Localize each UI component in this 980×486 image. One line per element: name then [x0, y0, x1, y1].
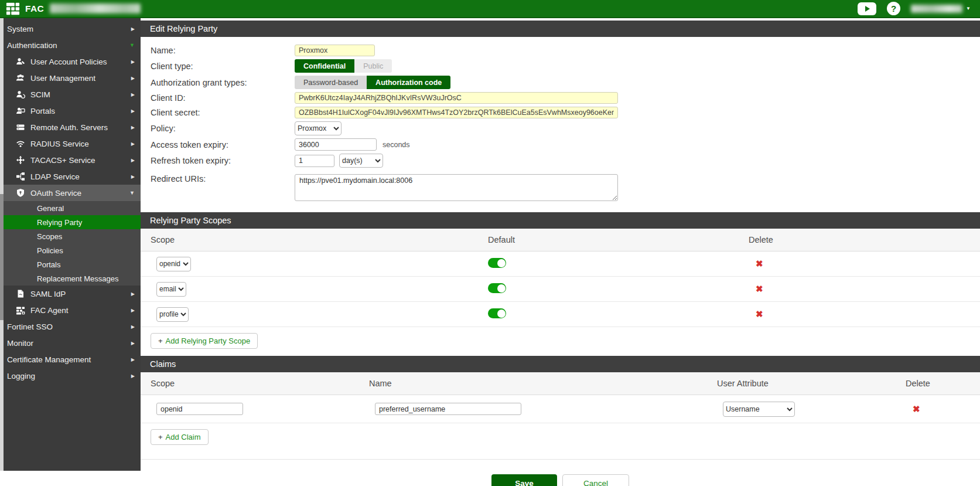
- redirect-uris-textarea[interactable]: https://pve01.mydomain.local:8006: [295, 174, 618, 201]
- access-token-expiry-input[interactable]: [295, 138, 377, 151]
- scopes-section-title: Relying Party Scopes: [141, 212, 980, 229]
- sidebar-item-oauth-portals[interactable]: Portals: [0, 257, 141, 271]
- claim-user-attribute-select[interactable]: Username: [723, 402, 795, 417]
- claims-table-header: Scope Name User Attribute Delete: [141, 372, 980, 395]
- caret-down-icon: ▼: [966, 6, 971, 11]
- wifi-icon: [16, 139, 26, 148]
- cancel-button[interactable]: Cancel: [562, 474, 629, 486]
- delete-icon[interactable]: ✖: [756, 284, 763, 294]
- client-secret-label: Client secret:: [141, 108, 295, 117]
- chevron-right-icon: ▶: [131, 373, 135, 379]
- scope-row-profile: profile ✖: [141, 302, 980, 327]
- chevron-right-icon: ▶: [131, 308, 135, 313]
- chevron-right-icon: ▶: [131, 291, 135, 297]
- add-claim-button[interactable]: + Add Claim: [151, 429, 209, 445]
- default-toggle-on[interactable]: [488, 258, 506, 268]
- grant-authcode-button[interactable]: Authorization code: [367, 76, 450, 89]
- add-relying-party-scope-button[interactable]: + Add Relying Party Scope: [151, 333, 258, 349]
- sidebar-scrollbar[interactable]: [0, 18, 4, 471]
- sidebar-item-fac-agent[interactable]: FAC Agent ▶: [0, 302, 141, 318]
- scope-row-email: email ✖: [141, 277, 980, 302]
- claims-col-name: Name: [359, 379, 707, 388]
- delete-icon[interactable]: ✖: [756, 309, 763, 319]
- sidebar-item-oauth-service[interactable]: OAuth Service ▼: [0, 185, 141, 201]
- redacted-username: [911, 5, 962, 13]
- chevron-right-icon: ▶: [131, 141, 135, 147]
- seconds-suffix: seconds: [383, 141, 410, 149]
- relying-party-form: Name: Client type: Confidential Public A…: [141, 37, 980, 205]
- scopes-table-header: Scope Default Delete: [141, 229, 980, 252]
- scope-select[interactable]: openid: [156, 257, 191, 271]
- server-icon: [16, 123, 26, 132]
- default-toggle-on[interactable]: [488, 308, 506, 318]
- delete-icon[interactable]: ✖: [756, 259, 763, 269]
- sidebar-item-monitor[interactable]: Monitor ▶: [0, 335, 141, 351]
- sidebar-item-scopes[interactable]: Scopes: [0, 229, 141, 243]
- sidebar-item-tacacs-service[interactable]: TACACS+ Service ▶: [0, 152, 141, 168]
- client-id-label: Client ID:: [141, 93, 295, 103]
- chevron-right-icon: ▶: [131, 324, 135, 329]
- user-window-icon: [16, 106, 26, 115]
- client-type-label: Client type:: [141, 62, 295, 71]
- sidebar-item-relying-party[interactable]: Relying Party: [0, 215, 141, 229]
- policy-label: Policy:: [141, 124, 295, 133]
- client-type-public-button[interactable]: Public: [354, 59, 392, 73]
- sidebar-item-system[interactable]: System ▶: [0, 21, 141, 37]
- save-button[interactable]: Save: [491, 474, 557, 486]
- sidebar-item-scim[interactable]: SCIM ▶: [0, 86, 141, 103]
- sidebar-item-replacement-messages[interactable]: Replacement Messages: [0, 271, 141, 286]
- chevron-right-icon: ▶: [131, 92, 135, 97]
- scope-select[interactable]: email: [156, 282, 186, 297]
- scopes-col-delete: Delete: [739, 235, 980, 244]
- grant-password-button[interactable]: Password-based: [295, 76, 367, 89]
- sidebar-item-user-account-policies[interactable]: User Account Policies ▶: [0, 53, 141, 70]
- sidebar-item-saml-idp[interactable]: SAML IdP ▶: [0, 286, 141, 302]
- sidebar-scrollbar-thumb[interactable]: [0, 194, 4, 320]
- help-icon[interactable]: ?: [887, 2, 900, 15]
- client-id-input[interactable]: [295, 92, 618, 104]
- chevron-down-icon: ▼: [129, 190, 135, 196]
- sidebar-item-fortinet-sso[interactable]: Fortinet SSO ▶: [0, 318, 141, 335]
- policy-select[interactable]: Proxmox: [295, 121, 342, 135]
- claim-scope-input[interactable]: [156, 403, 243, 415]
- redacted-hostname: [50, 4, 141, 13]
- refresh-token-expiry-label: Refresh token expiry:: [141, 156, 295, 165]
- fortinet-logo-icon: [6, 2, 20, 16]
- default-toggle-on[interactable]: [488, 283, 506, 293]
- app-brand: FAC: [25, 4, 44, 14]
- delete-icon[interactable]: ✖: [913, 404, 920, 414]
- youtube-icon[interactable]: [858, 2, 876, 15]
- sidebar-item-policies[interactable]: Policies: [0, 243, 141, 257]
- sidebar-item-authentication[interactable]: Authentication ▼: [0, 37, 141, 53]
- user-wrench-icon: [16, 57, 26, 66]
- sidebar-item-ldap-service[interactable]: LDAP Service ▶: [0, 168, 141, 185]
- sidebar-item-portals[interactable]: Portals ▶: [0, 103, 141, 119]
- tacacs-plus-icon: [16, 155, 26, 165]
- user-menu[interactable]: ▼: [911, 5, 971, 13]
- chevron-right-icon: ▶: [131, 174, 135, 179]
- grant-types-segment: Password-based Authorization code: [295, 76, 450, 89]
- chevron-down-icon: ▼: [129, 42, 135, 48]
- saml-file-icon: [16, 289, 26, 298]
- name-input[interactable]: [295, 45, 375, 56]
- plus-icon: +: [158, 337, 163, 345]
- scope-row-openid: openid ✖: [141, 252, 980, 277]
- scope-select[interactable]: profile: [156, 307, 189, 322]
- chevron-right-icon: ▶: [131, 26, 135, 32]
- refresh-token-unit-select[interactable]: day(s): [339, 154, 383, 168]
- refresh-token-expiry-input[interactable]: [295, 155, 334, 167]
- sidebar-item-radius-service[interactable]: RADIUS Service ▶: [0, 135, 141, 152]
- claim-name-input[interactable]: [375, 403, 521, 415]
- claim-row: Username ✖: [141, 395, 980, 423]
- sidebar-item-certificate-management[interactable]: Certificate Management ▶: [0, 351, 141, 368]
- sidebar-item-general[interactable]: General: [0, 201, 141, 215]
- claims-col-user-attribute: User Attribute: [707, 379, 896, 388]
- chevron-right-icon: ▶: [131, 357, 135, 362]
- user-sync-icon: [16, 90, 26, 99]
- client-secret-input[interactable]: [295, 107, 618, 118]
- sidebar-item-remote-auth-servers[interactable]: Remote Auth. Servers ▶: [0, 119, 141, 135]
- sidebar-item-logging[interactable]: Logging ▶: [0, 368, 141, 384]
- sidebar-item-user-management[interactable]: User Management ▶: [0, 70, 141, 86]
- main-content: Edit Relying Party Name: Client type: Co…: [141, 18, 980, 486]
- client-type-confidential-button[interactable]: Confidential: [295, 59, 354, 73]
